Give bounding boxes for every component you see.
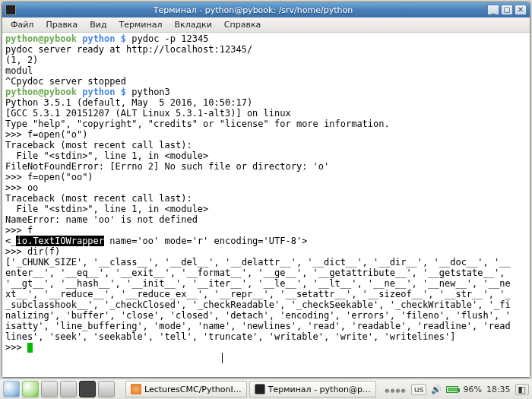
task-label: LecturesCMC/PythonI… bbox=[144, 385, 242, 394]
command-2: python3 bbox=[131, 87, 170, 97]
menubar: Файл Правка Вид Терминал Вкладки Справка bbox=[2, 17, 530, 33]
output-line: ^Cpydoc server stopped bbox=[5, 76, 126, 87]
output-line: (1, 2) bbox=[5, 55, 38, 65]
output-line: pydoc server ready at http://localhost:1… bbox=[5, 44, 252, 55]
battery-percentage: 96% bbox=[463, 385, 481, 394]
launcher-icon[interactable] bbox=[98, 381, 115, 397]
firefox-icon bbox=[131, 384, 141, 394]
menu-tabs[interactable]: Вкладки bbox=[169, 18, 217, 31]
launcher-icon[interactable] bbox=[60, 381, 77, 397]
tray-button[interactable]: ◧ bbox=[515, 384, 529, 395]
terminal-window: Терминал - python@pybook: /srv/home/pyth… bbox=[2, 2, 530, 378]
prompt-host: pybook bbox=[44, 33, 77, 44]
highlighted-text: io.TextIOWrapper bbox=[16, 236, 104, 246]
output-line: nalizing', 'buffer', 'close', 'closed', … bbox=[5, 310, 511, 321]
output-line: _subclasshook__', '_checkClosed', '_chec… bbox=[5, 299, 511, 310]
output-line: Python 3.5.1 (default, May 5 2016, 10:50… bbox=[5, 97, 252, 108]
repl-line: >>> dir(f) bbox=[5, 246, 60, 257]
launcher-icon[interactable] bbox=[41, 381, 58, 397]
output-line: modul bbox=[5, 65, 33, 76]
system-tray: us 🔊 96% 18:35 ◧ bbox=[385, 384, 529, 395]
menu-help[interactable]: Справка bbox=[219, 18, 266, 31]
terminal-viewport[interactable]: python@pybook python $ pydoc -p 12345 py… bbox=[2, 33, 530, 377]
command-1: pydoc -p 12345 bbox=[131, 33, 208, 44]
text-caret-icon bbox=[220, 353, 225, 363]
repl-line: >>> f=open("o") bbox=[5, 129, 87, 140]
output-line: [GCC 5.3.1 20151207 (ALT Linux 5.3.1-alt… bbox=[5, 108, 291, 119]
terminal-icon bbox=[255, 384, 265, 394]
output-line: xt__', '__reduce__', '__reduce_ex__', '_… bbox=[5, 289, 511, 299]
repl-prompt: >>> bbox=[5, 342, 27, 353]
tray-indicators-icon[interactable] bbox=[385, 385, 406, 394]
volume-icon[interactable]: 🔊 bbox=[431, 385, 442, 394]
keyboard-layout-indicator[interactable]: us bbox=[411, 384, 427, 395]
output-line: enter__', '__eq__', '__exit__', '__forma… bbox=[5, 268, 505, 278]
window-title: Терминал - python@pybook: /srv/home/pyth… bbox=[19, 5, 487, 15]
output-line: ['_CHUNK_SIZE', '__class__', '__del__', … bbox=[5, 257, 511, 268]
terminal-cursor bbox=[27, 343, 33, 353]
launcher-terminal-icon[interactable] bbox=[79, 381, 96, 397]
output-line: <_ bbox=[5, 236, 16, 246]
clock[interactable]: 18:35 bbox=[486, 385, 511, 394]
output-line: Type "help", "copyright", "credits" or "… bbox=[5, 119, 390, 129]
start-button[interactable] bbox=[3, 381, 20, 397]
output-line: File "<stdin>", line 1, in <module> bbox=[5, 204, 208, 214]
prompt-user: python bbox=[5, 33, 38, 44]
window-minimize-button[interactable]: _ bbox=[487, 5, 499, 15]
menu-file[interactable]: Файл bbox=[5, 18, 39, 31]
output-line: '__gt__', '__hash__', '__init__', '__ite… bbox=[5, 278, 511, 289]
taskbar: LecturesCMC/PythonI… Терминал - python@p… bbox=[0, 378, 532, 399]
output-line: Traceback (most recent call last): bbox=[5, 193, 192, 204]
output-line: File "<stdin>", line 1, in <module> bbox=[5, 150, 208, 161]
battery-icon[interactable] bbox=[446, 386, 458, 393]
output-line: isatty', 'line_buffering', 'mode', 'name… bbox=[5, 321, 511, 331]
window-terminal-icon bbox=[5, 5, 16, 15]
repl-line: >>> f=open("oo") bbox=[5, 172, 93, 182]
output-line: Traceback (most recent call last): bbox=[5, 140, 192, 150]
window-maximize-button[interactable]: ▢ bbox=[501, 5, 513, 15]
task-label: Терминал - python@p… bbox=[268, 385, 371, 394]
output-line: FileNotFoundError: [Errno 2] No such fil… bbox=[5, 161, 329, 172]
menu-view[interactable]: Вид bbox=[84, 18, 112, 31]
output-line: NameError: name 'oo' is not defined bbox=[5, 214, 198, 225]
titlebar[interactable]: Терминал - python@pybook: /srv/home/pyth… bbox=[2, 2, 530, 17]
prompt-cwd: python bbox=[82, 33, 115, 44]
launcher-icon[interactable] bbox=[22, 381, 39, 397]
window-close-button[interactable]: ✕ bbox=[515, 5, 527, 15]
output-line: lines', 'seek', 'seekable', 'tell', 'tru… bbox=[5, 331, 455, 342]
menu-terminal[interactable]: Терминал bbox=[114, 18, 168, 31]
taskbar-task-browser[interactable]: LecturesCMC/PythonI… bbox=[125, 381, 247, 397]
repl-line: >>> oo bbox=[5, 182, 38, 193]
taskbar-task-terminal[interactable]: Терминал - python@p… bbox=[249, 381, 376, 397]
repl-line: >>> f bbox=[5, 225, 33, 236]
menu-edit[interactable]: Правка bbox=[40, 18, 83, 31]
